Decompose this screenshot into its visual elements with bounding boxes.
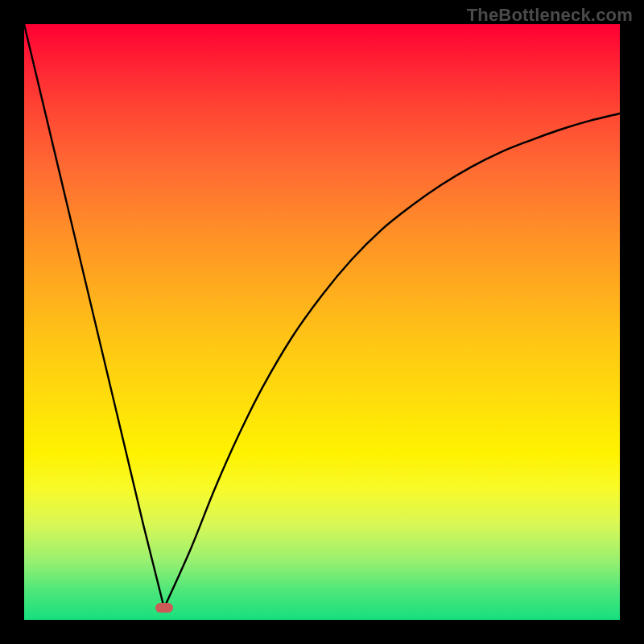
- watermark-text: TheBottleneck.com: [467, 5, 633, 26]
- bottleneck-curve: [24, 24, 620, 620]
- min-marker: [155, 603, 173, 613]
- plot-area: [24, 24, 620, 620]
- chart-frame: TheBottleneck.com: [0, 0, 644, 644]
- curve-path: [24, 24, 620, 608]
